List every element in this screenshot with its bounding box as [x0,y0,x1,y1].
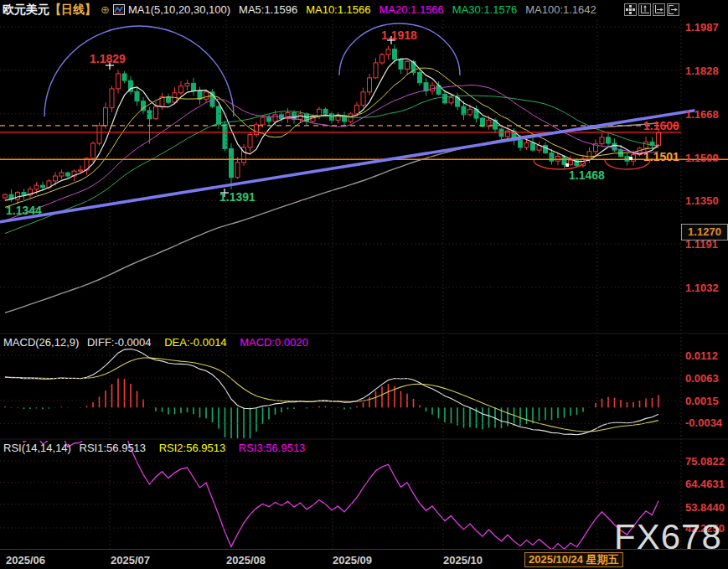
price-axis-label: 1.1668 [685,108,719,121]
ma-settings-label: MA1(5,10,20,30,100) [128,3,230,16]
macd-axis-label: -0.0034 [685,416,722,429]
rsi-header: RSI(14,14,14) RSI1:56.9513 RSI2:56.9513 … [3,442,315,454]
pan-icon[interactable] [624,3,637,16]
time-axis-label: 2025/06 [6,554,45,566]
price-axis-label: 1.1032 [685,282,719,294]
chart-header: 欧元美元 【日线】 ⊕ MA1(5,10,20,30,100) MA5:1.15… [0,0,728,19]
chart-toolbar [624,3,679,16]
annotation-low-start: 1.1344 [6,204,42,217]
settings-plus-icon[interactable]: ⊕ [101,3,110,16]
axis-highlight-label: 1.1270 [681,224,728,241]
price-axis-label: 1.1987 [685,21,719,34]
ma5-value: MA5:1.1596 [239,3,297,16]
time-axis-label: 2025/08 [226,554,266,566]
rsi1-value: RSI1:56.9513 [80,442,147,454]
rsi-title: RSI(14,14,14) [3,442,71,454]
ma20-value: MA20:1.1566 [379,3,444,16]
fit-y-axis-icon[interactable] [638,3,651,16]
ma30-value: MA30:1.1576 [452,3,517,16]
macd-title: MACD(26,12,9) [3,336,79,349]
price-axis-label: 1.1350 [685,194,719,207]
period-label: 【日线】 [49,3,96,18]
time-axis-label: 2025/09 [333,554,372,566]
macd-header: MACD(26,12,9) DIFF:-0.0004 DEA:-0.0014 M… [3,336,318,349]
mini-chart-icon[interactable] [113,4,125,15]
chart-canvas[interactable] [0,0,728,569]
pan-right-icon[interactable] [667,3,679,16]
price-axis-label: 1.1828 [685,65,719,77]
price-axis-label: 1.1509 [685,152,719,164]
macd-axis-label: 0.0112 [685,349,718,362]
rsi-axis-label: 53.8440 [685,501,725,514]
annotation-high-2: 1.1918 [381,28,417,42]
annotation-low-double: 1.1468 [569,168,605,182]
macd-value: MACD:0.0020 [240,336,308,349]
current-date-label: 2025/10/24 星期五 [524,552,623,567]
fit-x-axis-icon[interactable] [653,3,665,16]
chart-app: 欧元美元 【日线】 ⊕ MA1(5,10,20,30,100) MA5:1.15… [0,0,728,569]
rsi2-value: RSI2:56.9513 [159,442,226,454]
time-axis-label: 2025/07 [111,554,150,566]
macd-axis-label: 0.0015 [685,395,719,407]
resistance-price-tag: 1.1600 [643,119,679,132]
annotation-low-mid: 1.1391 [219,190,256,204]
annotation-high-1: 1.1829 [90,52,126,65]
watermark: FX678 [614,517,722,557]
macd-axis-label: 0.0063 [685,372,719,385]
macd-diff-value: DIFF:-0.0004 [87,336,152,349]
rsi3-value: RSI3:56.9513 [239,442,306,454]
macd-dea-value: DEA:-0.0014 [164,336,226,349]
symbol-title: 欧元美元 [3,3,49,18]
rsi-axis-label: 64.4631 [685,478,725,490]
time-axis-label: 2025/10 [443,554,483,566]
support-price-tag: 1.1501 [643,150,679,163]
rsi-axis-label: 75.0822 [685,455,725,468]
ma100-value: MA100:1.1642 [525,3,596,16]
ma10-value: MA10:1.1566 [306,3,370,16]
